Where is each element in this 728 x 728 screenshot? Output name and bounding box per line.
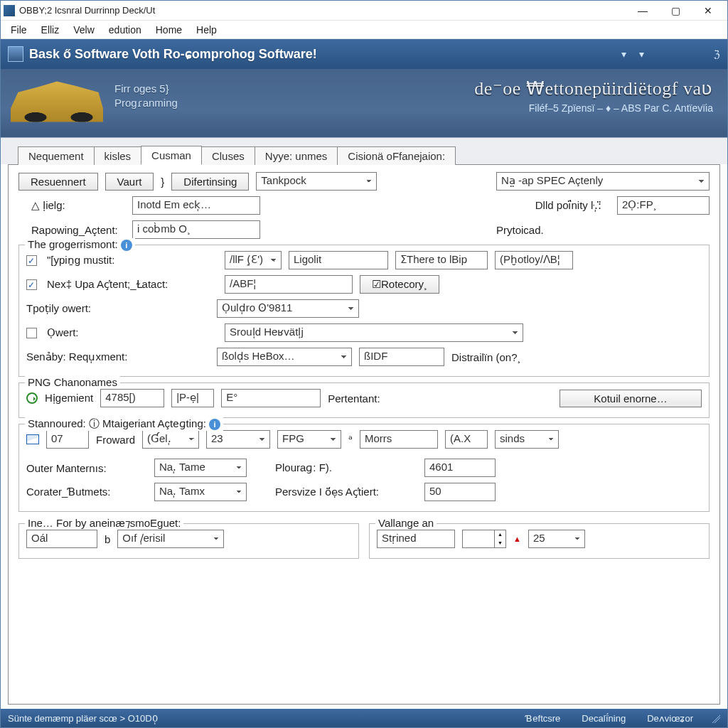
banner-tools: ▾ ▾ ℨ: [621, 48, 720, 60]
menu-home[interactable]: Home: [150, 23, 188, 37]
hero-sub: Filéf–5 Zpïensï – ♦ – ABS Par C. Antïevï…: [474, 102, 713, 114]
difertinsing-button[interactable]: Difertinsing: [171, 173, 249, 191]
typing-combo[interactable]: /llF (̝Ɛ'): [225, 251, 282, 269]
gel-combo[interactable]: (Ɠel.̩: [142, 430, 199, 449]
vallange-spinner[interactable]: ▲▼: [462, 530, 506, 548]
tpotily-label: Tpoṭily owert:: [26, 302, 210, 315]
outer-combo[interactable]: Na.̩ Tame: [154, 459, 247, 477]
persvize-input[interactable]: 50: [424, 483, 496, 501]
group1-legend: The grogerrismont:i: [25, 238, 135, 251]
spin-up-icon[interactable]: ▲: [494, 530, 505, 539]
tab-strip: Nequement kisles Cusman Cluses Nyye: unm…: [1, 137, 727, 164]
png-v1[interactable]: 4785[): [100, 389, 164, 407]
senaby-txt[interactable]: ßIDF: [359, 348, 444, 366]
ine-val1[interactable]: Oál: [26, 530, 97, 548]
v23-combo[interactable]: 23: [206, 430, 270, 449]
owert-checkbox[interactable]: [26, 328, 37, 338]
dlld-label: Dlld poḯnity ŀ.̩:̈: [535, 199, 601, 212]
group-grogerrismont: The grogerrismont:i "[ypiṉg mustit: /llF…: [18, 245, 710, 377]
banner-icon: [8, 46, 23, 62]
status-item-2[interactable]: Decalḯning: [577, 713, 630, 724]
menu-help[interactable]: Help: [191, 23, 223, 37]
tab-kisles[interactable]: kisles: [94, 146, 142, 165]
fpg-combo[interactable]: FPG: [277, 430, 341, 449]
titlebar: OBBY;2 Icsnral Durrinnp Deck/Ut — ▢ ✕: [1, 1, 727, 21]
group-ine-forby: Ine… For by aneinæ⁊smoEguet: Oál b Oıf /…: [18, 523, 359, 559]
status-left: Sünte demæmp pläer scœ > O10D0̩: [8, 713, 508, 724]
morrs-input[interactable]: Morrs: [360, 430, 438, 449]
plourag-input[interactable]: 4601: [424, 459, 496, 477]
hero-text-right: de⁻oe ₩ettonepüirdiëtogf vaʋ Filéf–5 Zpï…: [474, 77, 713, 114]
typing-txt1[interactable]: Ligolit: [289, 251, 388, 269]
prytocad-label: Prytoicad.: [496, 224, 710, 236]
resize-grip-icon[interactable]: [710, 713, 720, 723]
info-icon-2[interactable]: i: [209, 419, 220, 430]
maximize-button[interactable]: ▢: [659, 2, 692, 19]
png-v2[interactable]: |P-ẹ|: [171, 389, 214, 407]
window-title: OBBY;2 Icsnral Durrinnp Deck/Ut: [19, 5, 626, 16]
info-icon[interactable]: i: [121, 240, 132, 251]
ax-input[interactable]: (A.X: [445, 430, 488, 449]
menu-edution[interactable]: edution: [103, 23, 147, 37]
corater-label: Corater_Ɓutmets:: [26, 486, 147, 498]
owert-label: Ọwert:: [47, 326, 218, 339]
vallange-spin-txt[interactable]: [463, 530, 494, 547]
tab-nyye[interactable]: Nyye: unmes: [255, 146, 338, 165]
tpotily-combo[interactable]: Ọuld̩ro ʘ'9811: [217, 299, 359, 318]
status-item-1[interactable]: Ɓeftcsre: [521, 713, 564, 724]
rapowing-input[interactable]: i cob̀mb O¸: [132, 220, 260, 239]
typing-checkbox[interactable]: [26, 255, 37, 266]
corater-combo[interactable]: Na.̩ Tamx: [154, 483, 247, 501]
window-controls: — ▢ ✕: [626, 2, 724, 19]
typing-label: "[ypiṉg mustit:: [47, 254, 218, 267]
next-label: Nex‡ Upa Aç̕tent;_Ɫatact:: [47, 278, 218, 291]
lielg-input[interactable]: Inotd Em eck̩…: [132, 196, 260, 215]
next-input[interactable]: /ABF¦: [225, 275, 353, 294]
group4b-legend: Vallange an: [375, 517, 437, 529]
toolbar-row: Resuennert Vaurt } Difertinsing Tankpock…: [18, 172, 710, 191]
png-v3[interactable]: E°: [221, 389, 321, 407]
group-vallange: Vallange an Stṛined ▲▼ ▲ 25: [369, 523, 710, 559]
spec-combo[interactable]: Na̤ -ap SPEC Açtenly: [496, 172, 710, 191]
menu-elliz[interactable]: Elliz: [36, 23, 65, 37]
kotul-button[interactable]: Kotuil enorne…: [560, 390, 702, 407]
vallange-val2[interactable]: 25: [528, 530, 585, 548]
minimize-button[interactable]: —: [626, 2, 659, 19]
resuennert-button[interactable]: Resuennert: [18, 173, 98, 191]
ine-sep: b: [105, 533, 110, 545]
sinds-combo[interactable]: sinds: [495, 430, 559, 449]
car-image: [11, 76, 103, 130]
field-row-2: Rapowing_Açtent: i cob̀mb O¸ Prytoicad.: [18, 220, 710, 239]
tab-cluses[interactable]: Cluses: [201, 146, 255, 165]
distrailin-label: Distrailïn (on?¸: [451, 351, 521, 363]
dlld-input[interactable]: 2Ọ:FP¸: [617, 196, 710, 215]
typing-txt3[interactable]: (Pḫotloy/ɅB¦: [495, 251, 573, 269]
senaby-combo[interactable]: ßold̩s HeBox…: [217, 348, 352, 366]
tab-cusman[interactable]: Cusman: [141, 146, 202, 165]
menu-file[interactable]: File: [5, 23, 33, 37]
typing-txt2[interactable]: ƩThere to lBip: [395, 251, 488, 269]
recycle-icon: [26, 392, 38, 404]
banner-tool-2[interactable]: ▾: [639, 48, 644, 60]
tab-nequement[interactable]: Nequement: [18, 146, 95, 165]
ine-val2[interactable]: Oıf /̩erisil: [117, 530, 224, 548]
rotecory-button[interactable]: ☑Rotecory¸: [360, 275, 439, 294]
plourag-label: Plouraɡ: F).: [275, 461, 417, 474]
hero-big: de⁻oe ₩ettonepüirdiëtogf vaʋ: [474, 77, 713, 100]
vallange-val1[interactable]: Stṛined: [377, 530, 455, 548]
tab-cisiona[interactable]: Cisionä oFfanejaion:: [337, 146, 456, 165]
spin-down-icon[interactable]: ▼: [494, 539, 505, 547]
tankpock-combo[interactable]: Tankpock: [256, 172, 377, 191]
vaurt-button[interactable]: Vaurt: [105, 173, 154, 191]
group-png-chanonames: PNG Chanonames Hịgemient 4785[) |P-ẹ| E°…: [18, 382, 710, 418]
menu-velw[interactable]: Velw: [68, 23, 100, 37]
stann-07[interactable]: 07: [46, 430, 89, 449]
owert-combo[interactable]: Sroul̩d Heʁvätl̩j: [225, 323, 523, 342]
banner-tool-3[interactable]: ℨ: [714, 48, 720, 60]
status-item-3[interactable]: Deᴧviœʑor: [643, 713, 697, 724]
banner-tool-1[interactable]: ▾: [621, 48, 626, 60]
close-button[interactable]: ✕: [692, 2, 724, 19]
app-icon: [4, 5, 15, 16]
envelope-icon[interactable]: [26, 434, 39, 444]
next-checkbox[interactable]: [26, 279, 37, 290]
